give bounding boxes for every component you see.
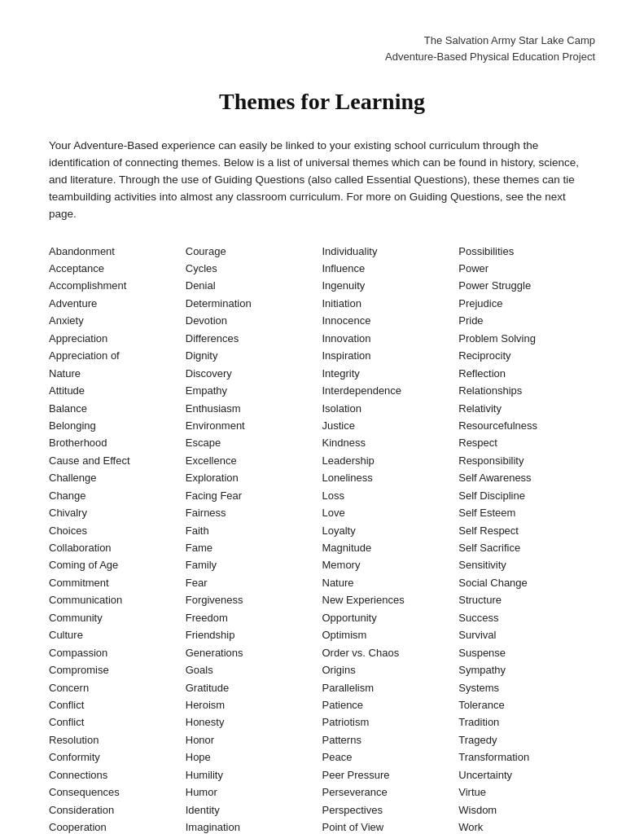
- theme-item: Prejudice: [458, 295, 595, 312]
- theme-item: Justice: [322, 417, 459, 434]
- theme-item: Success: [458, 609, 595, 626]
- theme-item: Tradition: [458, 713, 595, 731]
- theme-item: Suspense: [458, 644, 595, 661]
- theme-item: Abandonment: [49, 243, 186, 260]
- theme-item: Self Esteem: [458, 504, 595, 521]
- page-header: The Salvation Army Star Lake Camp Advent…: [49, 33, 595, 64]
- theme-item: Respect: [458, 434, 595, 451]
- theme-item: Courage: [186, 243, 322, 260]
- theme-item: Point of View: [322, 819, 459, 834]
- theme-item: Humor: [186, 784, 322, 801]
- theme-item: Loyalty: [322, 522, 459, 539]
- theme-item: Enthusiasm: [186, 400, 322, 417]
- theme-item: Environment: [186, 417, 322, 434]
- theme-item: Adventure: [49, 295, 186, 312]
- theme-item: Perseverance: [322, 784, 459, 801]
- theme-item: Self Respect: [458, 522, 595, 539]
- intro-paragraph: Your Adventure-Based experience can easi…: [49, 138, 595, 223]
- themes-column-1: AbandonmentAcceptanceAccomplishmentAdven…: [49, 243, 186, 834]
- theme-item: Change: [49, 487, 186, 504]
- theme-item: Heroism: [186, 696, 322, 713]
- theme-item: Parallelism: [322, 679, 459, 696]
- theme-item: Order vs. Chaos: [322, 644, 459, 661]
- theme-item: Nature: [322, 574, 459, 591]
- theme-item: Influence: [322, 260, 459, 277]
- theme-item: Conformity: [49, 748, 186, 766]
- theme-item: Initiation: [322, 295, 459, 312]
- theme-item: Family: [186, 556, 322, 573]
- theme-item: Loneliness: [322, 469, 459, 486]
- theme-item: Virtue: [458, 784, 595, 801]
- theme-item: Tragedy: [458, 731, 595, 748]
- theme-item: Isolation: [322, 400, 459, 417]
- theme-item: Interdependence: [322, 382, 459, 399]
- theme-item: Patience: [322, 696, 459, 713]
- theme-item: Loss: [322, 487, 459, 504]
- theme-item: Discovery: [186, 365, 322, 382]
- theme-item: Devotion: [186, 312, 322, 329]
- theme-item: Resourcefulness: [458, 417, 595, 434]
- theme-item: Power: [458, 260, 595, 277]
- theme-item: Balance: [49, 400, 186, 417]
- theme-item: Innovation: [322, 330, 459, 347]
- theme-item: Sympathy: [458, 661, 595, 678]
- theme-item: Communication: [49, 591, 186, 608]
- theme-item: Innocence: [322, 312, 459, 329]
- theme-item: Dignity: [186, 347, 322, 364]
- theme-item: Acceptance: [49, 260, 186, 277]
- theme-item: Kindness: [322, 434, 459, 451]
- theme-item: Self Sacrifice: [458, 539, 595, 556]
- theme-item: Problem Solving: [458, 330, 595, 347]
- theme-item: Culture: [49, 626, 186, 643]
- theme-item: Magnitude: [322, 539, 459, 556]
- theme-item: Social Change: [458, 574, 595, 591]
- theme-item: Fame: [186, 539, 322, 556]
- theme-item: Conflict: [49, 713, 186, 731]
- theme-item: Uncertainty: [458, 766, 595, 784]
- theme-item: Appreciation: [49, 330, 186, 347]
- theme-item: Honesty: [186, 713, 322, 731]
- theme-item: Responsibility: [458, 452, 595, 469]
- theme-item: Anxiety: [49, 312, 186, 329]
- theme-item: Exploration: [186, 469, 322, 486]
- theme-item: Love: [322, 504, 459, 521]
- theme-item: Conflict: [49, 696, 186, 713]
- theme-item: Denial: [186, 277, 322, 294]
- theme-item: Attitude: [49, 382, 186, 399]
- theme-item: Fairness: [186, 504, 322, 521]
- theme-item: Peace: [322, 748, 459, 766]
- theme-item: Individuality: [322, 243, 459, 260]
- theme-item: Honor: [186, 731, 322, 748]
- theme-item: Wisdom: [458, 801, 595, 819]
- theme-item: Hope: [186, 748, 322, 766]
- theme-item: Reciprocity: [458, 347, 595, 364]
- theme-item: Tolerance: [458, 696, 595, 713]
- theme-item: Reflection: [458, 365, 595, 382]
- theme-item: Inspiration: [322, 347, 459, 364]
- theme-item: Possibilities: [458, 243, 595, 260]
- theme-item: Community: [49, 609, 186, 626]
- theme-item: Brotherhood: [49, 434, 186, 451]
- theme-item: Empathy: [186, 382, 322, 399]
- themes-grid: AbandonmentAcceptanceAccomplishmentAdven…: [49, 243, 595, 834]
- theme-item: Self Awareness: [458, 469, 595, 486]
- theme-item: Nature: [49, 365, 186, 382]
- themes-column-3: IndividualityInfluenceIngenuityInitiatio…: [322, 243, 459, 834]
- theme-item: Resolution: [49, 731, 186, 748]
- theme-item: Faith: [186, 522, 322, 539]
- theme-item: Collaboration: [49, 539, 186, 556]
- theme-item: Patriotism: [322, 713, 459, 731]
- theme-item: Compromise: [49, 661, 186, 678]
- theme-item: Coming of Age: [49, 556, 186, 573]
- theme-item: Imagination: [186, 819, 322, 834]
- theme-item: Structure: [458, 591, 595, 608]
- theme-item: Goals: [186, 661, 322, 678]
- theme-item: Work: [458, 819, 595, 834]
- theme-item: Patterns: [322, 731, 459, 748]
- theme-item: Sensitivity: [458, 556, 595, 573]
- theme-item: Differences: [186, 330, 322, 347]
- theme-item: Relativity: [458, 400, 595, 417]
- header-line1: The Salvation Army Star Lake Camp: [424, 34, 595, 46]
- theme-item: Accomplishment: [49, 277, 186, 294]
- theme-item: Systems: [458, 679, 595, 696]
